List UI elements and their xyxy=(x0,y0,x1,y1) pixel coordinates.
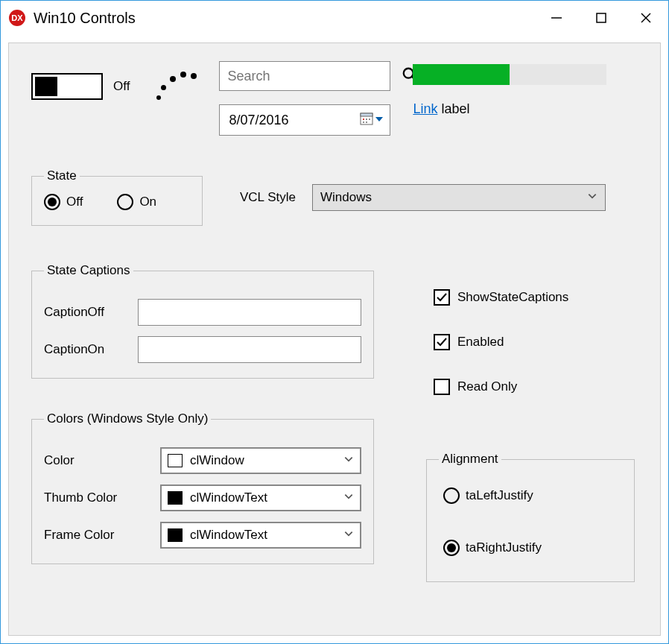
state-groupbox: State Off On xyxy=(31,168,203,226)
vcl-style-label: VCL Style xyxy=(240,190,296,205)
svg-point-13 xyxy=(369,119,370,120)
toggle-switch[interactable] xyxy=(31,73,103,100)
state-off-label: Off xyxy=(66,195,83,209)
radio-icon xyxy=(44,194,60,210)
window-title: Win10 Controls xyxy=(34,10,136,27)
frame-color-label: Frame Color xyxy=(44,528,148,543)
maximize-button[interactable] xyxy=(579,1,624,35)
progress-bar xyxy=(413,64,606,85)
color-value: clWindow xyxy=(190,453,244,468)
frame-color-combo[interactable]: clWindowText xyxy=(160,522,361,549)
color-swatch xyxy=(168,454,183,467)
vcl-style-combo[interactable]: Windows xyxy=(312,184,606,211)
color-swatch xyxy=(168,528,183,542)
caption-on-label: CaptionOn xyxy=(44,342,126,357)
search-input[interactable] xyxy=(226,68,402,85)
thumb-color-value: clWindowText xyxy=(190,490,267,505)
link-label-link[interactable]: Link xyxy=(413,101,437,116)
app-window: DX Win10 Controls Off xyxy=(0,0,669,644)
minimize-button[interactable] xyxy=(534,1,579,35)
check-enabled-label: Enabled xyxy=(457,335,504,350)
chevron-down-icon xyxy=(343,490,354,505)
svg-point-15 xyxy=(366,121,367,123)
link-label-text: label xyxy=(441,101,469,116)
alignment-right-label: taRightJustify xyxy=(466,540,542,555)
svg-marker-16 xyxy=(375,117,383,121)
chevron-down-icon[interactable] xyxy=(375,113,384,127)
alignment-legend: Alignment xyxy=(439,452,501,467)
frame-color-value: clWindowText xyxy=(190,528,267,543)
check-enabled[interactable]: Enabled xyxy=(434,334,568,350)
svg-rect-3 xyxy=(597,13,606,22)
search-box[interactable] xyxy=(219,61,390,91)
chevron-down-icon xyxy=(587,190,597,205)
state-captions-groupbox: State Captions CaptionOff CaptionOn xyxy=(31,263,374,379)
caption-off-input[interactable] xyxy=(138,299,361,326)
state-on-label: On xyxy=(139,195,156,209)
radio-icon xyxy=(443,487,460,504)
checkbox-icon xyxy=(434,334,450,350)
alignment-groupbox: Alignment taLeftJustify taRightJustify xyxy=(426,452,635,582)
colors-groupbox: Colors (Windows Style Only) Color clWind… xyxy=(31,411,374,564)
colors-legend: Colors (Windows Style Only) xyxy=(44,411,211,426)
state-radio-off[interactable]: Off xyxy=(44,194,83,210)
check-show-state-captions-label: ShowStateCaptions xyxy=(457,290,568,305)
svg-point-12 xyxy=(366,119,367,120)
toggle-state-label: Off xyxy=(113,79,130,94)
caption-off-label: CaptionOff xyxy=(44,305,126,320)
check-show-state-captions[interactable]: ShowStateCaptions xyxy=(434,289,568,306)
progress-fill xyxy=(413,64,510,85)
alignment-radio-left[interactable]: taLeftJustify xyxy=(443,487,618,504)
titlebar: DX Win10 Controls xyxy=(1,1,668,35)
chevron-down-icon xyxy=(343,528,354,543)
check-read-only[interactable]: Read Only xyxy=(434,379,568,395)
state-radio-on[interactable]: On xyxy=(117,194,156,210)
toggle-thumb xyxy=(35,77,57,96)
checkbox-icon xyxy=(434,289,450,306)
thumb-color-combo[interactable]: clWindowText xyxy=(160,484,361,511)
checkbox-icon xyxy=(434,379,450,395)
color-swatch xyxy=(168,491,183,505)
app-icon: DX xyxy=(8,9,26,27)
state-captions-legend: State Captions xyxy=(44,263,133,278)
svg-point-11 xyxy=(363,119,364,120)
date-value: 8/07/2016 xyxy=(226,113,288,128)
svg-text:DX: DX xyxy=(11,13,23,22)
alignment-radio-right[interactable]: taRightJustify xyxy=(443,540,618,556)
color-combo[interactable]: clWindow xyxy=(160,447,361,474)
check-read-only-label: Read Only xyxy=(457,379,517,394)
color-label: Color xyxy=(44,453,148,468)
radio-icon xyxy=(443,540,460,556)
activity-indicator xyxy=(152,64,197,109)
calendar-icon[interactable] xyxy=(360,112,373,129)
date-picker[interactable]: 8/07/2016 xyxy=(219,104,390,136)
chevron-down-icon xyxy=(343,453,354,468)
thumb-color-label: Thumb Color xyxy=(44,490,148,505)
caption-on-input[interactable] xyxy=(138,336,361,363)
svg-point-6 xyxy=(404,68,413,78)
alignment-left-label: taLeftJustify xyxy=(466,488,533,503)
state-legend: State xyxy=(44,168,80,183)
radio-icon xyxy=(117,194,133,210)
svg-point-14 xyxy=(363,121,364,123)
svg-rect-9 xyxy=(361,113,372,116)
close-button[interactable] xyxy=(624,1,668,35)
vcl-style-value: Windows xyxy=(320,190,372,205)
client-area: Off 8/07/2016 xyxy=(8,42,661,636)
